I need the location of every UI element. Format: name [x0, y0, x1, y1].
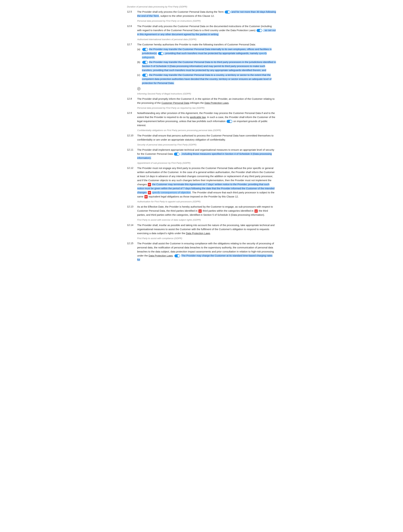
clauses-container: 12.5The Provider shall only process the … [127, 10, 276, 262]
section-label: Authorised international transfers of pe… [127, 38, 276, 41]
clause-paragraph: The Provider shall only process the Cust… [137, 10, 276, 18]
clause-paragraph: The Provider shall promptly inform the C… [137, 97, 276, 105]
sub-clause-body: the Provider may transfer the Customer P… [142, 60, 276, 72]
clause-paragraph: As at the Effective Date, the Provider i… [137, 205, 276, 217]
section-label: Authorisation for First Party to appoint… [127, 200, 276, 203]
sub-clause-row: (c) the Provider may transfer the Custom… [137, 73, 276, 85]
clause-number: 12.5 [127, 10, 137, 18]
clause-body: The Provider must not engage any third p… [137, 166, 276, 199]
section-label: First Party to assist with compliance (G… [127, 237, 276, 240]
section-label: First Party to assist with exercise of d… [127, 218, 276, 222]
clause-paragraph: The Provider shall ensure that persons a… [137, 133, 276, 142]
toggle-switch[interactable] [225, 11, 230, 13]
sub-clause-body: the Provider may transfer the Customer P… [142, 47, 276, 59]
highlighted-text: , including those measures specified in … [137, 152, 272, 159]
clause-row: 12.12The Provider must not engage any th… [127, 166, 276, 199]
sub-clause-label: (a) [137, 47, 142, 59]
section-label: Appointment of sub-processor by First Pa… [127, 161, 276, 165]
clause-paragraph: The Customer hereby authorises the Provi… [137, 43, 276, 47]
toggle-switch[interactable] [142, 61, 148, 64]
clause-paragraph: The Provider shall only process the Cust… [137, 24, 276, 36]
clause-row: 12.10The Provider shall ensure that pers… [127, 133, 276, 142]
toggle-switch[interactable] [257, 29, 262, 32]
section-label: Personal data processed by First Party a… [127, 106, 276, 110]
or-badge: or [148, 183, 151, 186]
section-label: Informing Second Party of illegal instru… [127, 92, 276, 95]
clause-body: The Provider shall ensure that persons a… [137, 133, 276, 142]
clause-row: 12.14The Provider shall, insofar as poss… [127, 223, 276, 235]
italic-highlighted-text: specify consequences of objection [152, 191, 191, 194]
clause-row: 12.7The Customer hereby authorises the P… [127, 43, 276, 86]
clause-body: The Provider shall assist the Customer i… [137, 241, 276, 262]
highlighted-text: and for not more than 30 days following … [137, 10, 276, 17]
or-badge: or [254, 209, 258, 213]
clause-number: 12.10 [127, 133, 137, 142]
underlined-text: applicable law [190, 116, 206, 119]
clause-number: 12.11 [127, 148, 137, 160]
highlighted-text: the Provider may transfer the Customer P… [142, 74, 271, 84]
compass-icon [137, 87, 141, 91]
or-badge: or [145, 195, 148, 198]
section-label: Personal data processed by First Party o… [127, 19, 276, 23]
clause-paragraph: The Provider must not engage any third p… [137, 166, 276, 199]
clause-number: 12.15 [127, 241, 137, 262]
clause-body: Notwithstanding any other provision of t… [137, 111, 276, 127]
toggle-switch[interactable] [158, 52, 164, 55]
clause-body: As at the Effective Date, the Provider i… [137, 205, 276, 217]
sub-clause-label: (b) [137, 60, 142, 72]
section-label: Confidentiality obligations on First Par… [127, 129, 276, 132]
toggle-switch[interactable] [174, 254, 180, 257]
toggle-switch[interactable] [174, 152, 180, 156]
svg-marker-1 [138, 88, 139, 89]
clause-body: The Provider shall only process the Cust… [137, 10, 276, 18]
or-badge: or [148, 191, 151, 194]
clause-row: 12.6The Provider shall only process the … [127, 24, 276, 36]
clause-row: 12.9Notwithstanding any other provision … [127, 111, 276, 127]
or-badge: or [198, 209, 202, 213]
clause-number: 12.8 [127, 97, 137, 105]
clause-paragraph: Notwithstanding any other provision of t… [137, 111, 276, 127]
clause-paragraph: The Provider shall implement appropriate… [137, 148, 276, 160]
sub-clause-body: the Provider may transfer the Customer P… [142, 73, 276, 85]
clause-body: The Provider shall promptly inform the C… [137, 97, 276, 105]
clause-number: 12.14 [127, 223, 137, 235]
underlined-text: Data Protection Laws [186, 232, 210, 235]
clause-number: 12.12 [127, 166, 137, 199]
toggle-switch[interactable] [142, 74, 148, 77]
document-container: Duration of personal data processing by … [127, 5, 276, 262]
highlighted-text: , as set out in this Agreement or any ot… [137, 29, 276, 36]
sub-clause-row: (a) the Provider may transfer the Custom… [137, 47, 276, 59]
clause-row: 12.11The Provider shall implement approp… [127, 148, 276, 160]
clause-paragraph: The Provider shall assist the Customer i… [137, 241, 276, 262]
clause-body: The Provider shall, insofar as possible … [137, 223, 276, 235]
clause-row: 12.8The Provider shall promptly inform t… [127, 97, 276, 105]
underlined-text: Customer Personal Data [161, 101, 189, 104]
clause-paragraph: The Provider shall, insofar as possible … [137, 223, 276, 235]
clause-number: 12.9 [127, 111, 137, 127]
highlighted-text: the Provider may transfer the Customer P… [142, 61, 276, 72]
highlighted-text: , providing that such transfers must be … [164, 52, 259, 55]
underlined-text: Data Protection Laws [205, 101, 229, 104]
sub-clause-row: (b) the Provider may transfer the Custom… [137, 60, 276, 72]
sub-clause-label: (c) [137, 73, 142, 85]
clause-number: 12.7 [127, 43, 137, 86]
toggle-switch[interactable] [142, 48, 148, 51]
clause-row: 12.15The Provider shall assist the Custo… [127, 241, 276, 262]
underlined-text: Data Protection Laws [149, 254, 173, 257]
clause-body: The Provider shall only process the Cust… [137, 24, 276, 36]
clause-row: 12.13As at the Effective Date, the Provi… [127, 205, 276, 217]
clause-number: 12.6 [127, 24, 137, 36]
clause-body: The Provider shall implement appropriate… [137, 148, 276, 160]
clause-number: 12.13 [127, 205, 137, 217]
toggle-switch[interactable] [227, 120, 232, 123]
clause-row: 12.5The Provider shall only process the … [127, 10, 276, 18]
clause-body: The Customer hereby authorises the Provi… [137, 43, 276, 86]
section-label: Security of personal data processed by F… [127, 143, 276, 146]
top-section-label: Duration of personal data processing by … [127, 5, 276, 8]
